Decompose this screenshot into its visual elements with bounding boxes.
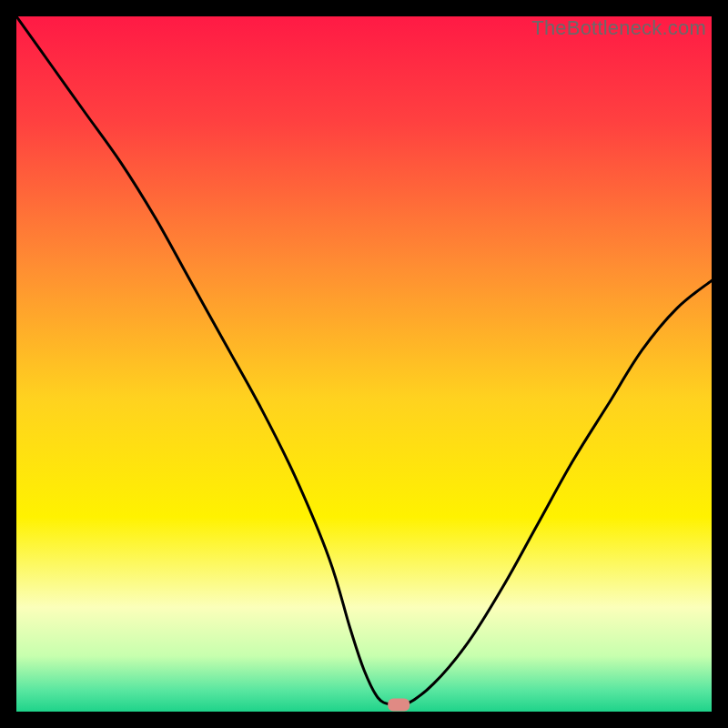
chart-svg — [16, 16, 712, 712]
chart-plot-area: TheBottleneck.com — [16, 16, 712, 712]
gradient-background — [16, 16, 712, 712]
chart-frame: TheBottleneck.com — [0, 0, 728, 728]
watermark-text: TheBottleneck.com — [531, 16, 706, 40]
optimal-marker — [388, 698, 410, 711]
